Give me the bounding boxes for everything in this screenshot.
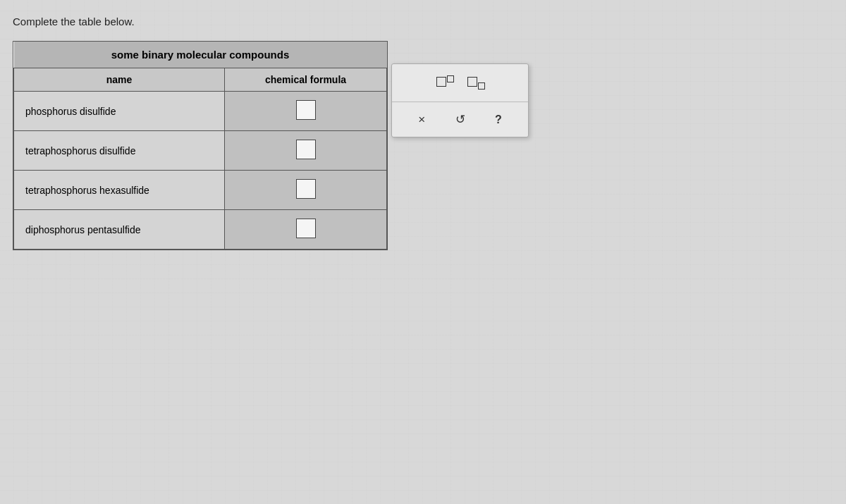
formula-input-box-4[interactable] (296, 219, 316, 238)
formula-toolbar: × ↺ ? (391, 63, 529, 137)
formula-input-cell-3[interactable] (225, 171, 387, 210)
compound-name-1: phosphorus disulfide (14, 92, 225, 131)
help-button[interactable]: ? (495, 113, 502, 126)
col-name-header: name (14, 68, 225, 92)
table-title: some binary molecular compounds (14, 42, 387, 68)
col-formula-header: chemical formula (225, 68, 387, 92)
compound-name-2: tetraphosphorus disulfide (14, 131, 225, 171)
compound-name-4: diphosphorus pentasulfide (14, 210, 225, 250)
undo-button[interactable]: ↺ (455, 112, 465, 127)
table-row: diphosphorus pentasulfide (14, 210, 387, 250)
superscript-button[interactable] (436, 77, 453, 90)
compounds-table: some binary molecular compounds name che… (13, 42, 387, 250)
formula-input-cell-2[interactable] (225, 131, 387, 171)
table-row: tetraphosphorus disulfide (14, 131, 387, 171)
table-row: phosphorus disulfide (14, 92, 387, 131)
subscript-base-square (467, 77, 477, 87)
title-row: some binary molecular compounds (14, 42, 387, 68)
formula-input-box-3[interactable] (296, 179, 316, 199)
subscript-button[interactable] (467, 77, 484, 90)
instruction-text: Complete the table below. (13, 16, 135, 27)
table-row: tetraphosphorus hexasulfide (14, 171, 387, 210)
subscript-sub-square (478, 82, 485, 90)
header-row: name chemical formula (14, 68, 387, 92)
table-container: some binary molecular compounds name che… (13, 41, 388, 250)
formula-input-box-2[interactable] (296, 140, 316, 159)
superscript-sup-square (447, 75, 454, 82)
toolbar-format-buttons (392, 64, 528, 102)
superscript-base-square (436, 77, 446, 87)
compound-name-3: tetraphosphorus hexasulfide (14, 171, 225, 210)
close-button[interactable]: × (418, 113, 425, 127)
toolbar-action-buttons: × ↺ ? (392, 102, 528, 137)
formula-input-cell-1[interactable] (225, 92, 387, 131)
formula-input-cell-4[interactable] (225, 210, 387, 250)
formula-input-box-1[interactable] (296, 100, 316, 120)
